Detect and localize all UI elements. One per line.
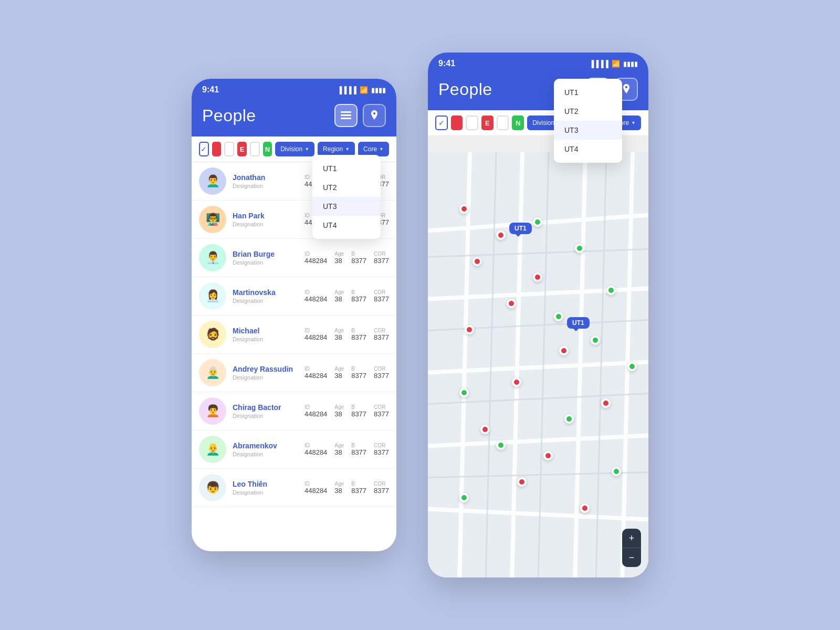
zoom-controls: + − [622,529,641,567]
person-stats: ID 448284 Age 38 B 8377 COR 8377 [304,251,389,265]
app-title-right: People [438,80,492,99]
list-view-button[interactable] [334,104,358,127]
division-dropdown[interactable]: Division ▼ [275,142,314,156]
map-pin-red-10[interactable] [480,425,490,434]
map-pin-red-2[interactable] [496,230,506,240]
stat-age: Age 38 [334,328,344,341]
person-info: Andrey Rassudin Designation [233,365,298,381]
filter-check-right[interactable]: ✓ [435,116,448,130]
zoom-out-button[interactable]: − [622,548,641,567]
map-container[interactable]: UT1 UT1 + − [428,136,648,578]
person-info: Leo Thiên Designation [233,480,298,496]
map-pin-green-11[interactable] [459,493,469,502]
avatar: 👦 [199,474,226,501]
map-pin-green-10[interactable] [612,467,621,476]
app-header-left: People [192,99,396,136]
person-row[interactable]: 🧔 Michael Designation ID 448284 Age 38 B… [192,316,396,354]
person-name: Andrey Rassudin [233,365,298,373]
avatar: 🧔 [199,321,226,348]
person-name: Michael [233,327,298,335]
dropdown-item-ut2[interactable]: UT2 [312,178,381,197]
person-row[interactable]: 👨‍💼 Brian Burge Designation ID 448284 Ag… [192,239,396,277]
stat-id: ID 448284 [304,328,327,341]
person-name: Brian Burge [233,250,298,258]
person-row[interactable]: 🧑‍🦱 Chirag Bactor Designation ID 448284 … [192,392,396,430]
person-info: Brian Burge Designation [233,250,298,266]
map-pin-red-12[interactable] [517,477,527,487]
map-pin-red-7[interactable] [559,346,569,355]
person-row[interactable]: 👩‍💼 Martinovska Designation ID 448284 Ag… [192,277,396,316]
dropdown-item-ut1[interactable]: UT1 [312,159,381,178]
person-name: Jonathan [233,173,298,182]
filter-white[interactable] [224,142,234,156]
stat-b: B 8377 [351,251,366,265]
status-bar-right: 9:41 ▐▐▐▐ 📶 ▮▮▮▮ [428,52,648,72]
map-pin-green-3[interactable] [606,286,616,295]
person-row[interactable]: 👦 Leo Thiên Designation ID 448284 Age 38… [192,469,396,507]
region-dropdown[interactable]: Region ▼ [318,142,355,156]
dropdown-item-ut4-right[interactable]: UT4 [554,140,622,159]
avatar: 👩‍💼 [199,282,226,310]
person-designation: Designation [233,336,298,342]
dropdown-item-ut4[interactable]: UT4 [312,216,381,235]
map-pin-red-1[interactable] [459,204,469,214]
person-name: Han Park [233,212,298,220]
person-info: Abramenkov Designation [233,442,298,457]
person-designation: Designation [233,259,298,266]
stat-cor: COR 8377 [374,366,389,380]
filter-check[interactable]: ✓ [199,142,209,156]
filter-badge-n-right[interactable]: N [512,116,524,130]
map-pin-red-13[interactable] [580,503,590,513]
map-pin-green-1[interactable] [533,217,542,227]
left-phone: 9:41 ▐▐▐▐ 📶 ▮▮▮▮ People [192,79,396,551]
dropdown-item-ut3[interactable]: UT3 [312,197,381,216]
zoom-in-button[interactable]: + [622,529,641,548]
dropdown-item-ut2-right[interactable]: UT2 [554,102,622,121]
dropdown-item-ut3-right[interactable]: UT3 [554,121,622,140]
filter-badge-e-right[interactable]: E [481,116,494,130]
map-pin-red-4[interactable] [533,272,542,282]
map-view-button[interactable] [363,104,386,127]
map-pin-red-9[interactable] [601,398,611,408]
map-pin-red-6[interactable] [465,325,474,334]
filter-red-right[interactable] [451,116,463,130]
person-info: Han Park Designation [233,212,298,227]
filter-badge-e[interactable]: E [237,142,246,156]
phone-content-right: ✓ E N Division ▼ Region ▼ Core ▼ [428,110,648,578]
stat-id: ID 448284 [304,251,327,265]
map-pin-green-7[interactable] [459,388,469,397]
filter-white-2-right[interactable] [497,116,509,130]
map-pin-green-5[interactable] [591,335,600,345]
dropdown-menu-right: UT1 UT2 UT3 UT4 [554,79,622,163]
person-name: Martinovska [233,288,298,297]
map-pin-green-6[interactable] [627,362,637,371]
stat-b: B 8377 [351,366,366,380]
person-stats: ID 448284 Age 38 B 8377 COR 8377 [304,328,389,341]
person-row[interactable]: 👨‍🦳 Andrey Rassudin Designation ID 44828… [192,354,396,392]
right-phone: 9:41 ▐▐▐▐ 📶 ▮▮▮▮ People [428,52,648,578]
filter-white-right[interactable] [466,116,478,130]
dropdown-item-ut1-right[interactable]: UT1 [554,83,622,102]
map-pin-red-8[interactable] [512,377,521,387]
map-pin-green-8[interactable] [564,414,574,424]
person-row[interactable]: 👨‍🦲 Abramenkov Designation ID 448284 Age… [192,430,396,469]
dropdown-menu-left: UT1 UT2 UT3 UT4 [312,155,381,239]
status-bar-left: 9:41 ▐▐▐▐ 📶 ▮▮▮▮ [192,79,396,99]
map-pin-green-2[interactable] [575,244,584,253]
person-designation: Designation [233,221,298,227]
person-stats: ID 448284 Age 38 B 8377 COR 8377 [304,366,389,380]
core-dropdown-left[interactable]: Core ▼ [358,142,389,156]
map-pin-red-3[interactable] [472,257,482,266]
person-info: Chirag Bactor Designation [233,403,298,419]
avatar: 👨‍💼 [199,244,226,271]
stat-id: ID 448284 [304,443,327,456]
map-pin-green-4[interactable] [554,312,563,321]
filter-red[interactable] [212,142,221,156]
map-pin-red-11[interactable] [543,451,553,460]
filter-white-2[interactable] [250,142,260,156]
filter-badge-n[interactable]: N [263,142,272,156]
wifi-icon-right: 📶 [612,60,620,68]
person-designation: Designation [233,489,298,496]
map-pin-green-9[interactable] [496,440,506,450]
map-pin-red-5[interactable] [507,299,516,308]
